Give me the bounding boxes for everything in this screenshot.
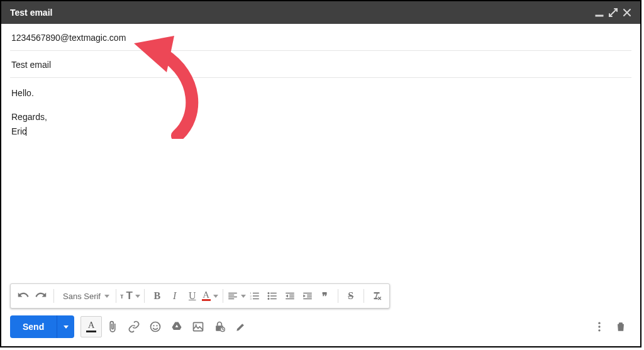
chevron-down-icon [64,325,69,329]
indent-less-button[interactable] [281,287,299,305]
svg-rect-0 [596,15,603,16]
align-button[interactable] [227,287,246,305]
more-options-button[interactable] [589,316,610,337]
window-title: Test email [10,8,592,18]
insert-signature-button[interactable] [230,316,252,337]
to-field[interactable]: 1234567890@textmagic.com [10,24,631,51]
bulleted-list-button[interactable] [264,287,281,305]
italic-button[interactable]: I [166,287,184,305]
svg-point-5 [267,295,269,297]
toggle-formatting-button[interactable]: A [80,316,102,337]
insert-link-button[interactable] [123,316,145,337]
svg-point-17 [598,329,600,331]
indent-more-button[interactable] [299,287,316,305]
text-color-button[interactable]: A [201,287,219,305]
body-line: Eric [11,125,630,138]
popout-icon[interactable] [606,6,620,19]
subject-field[interactable]: Test email [10,51,631,78]
confidential-mode-button[interactable] [209,316,230,337]
remove-formatting-button[interactable] [368,287,386,305]
quote-button[interactable]: ❞ [316,287,334,305]
attach-file-button[interactable] [102,316,123,337]
font-size-button[interactable]: т T [120,287,140,305]
header-fields: 1234567890@textmagic.com Test email [1,24,640,78]
message-body[interactable]: Hello. Regards, Eric [1,78,640,266]
svg-point-4 [267,292,269,294]
close-icon[interactable] [620,6,634,19]
svg-point-6 [267,298,269,300]
titlebar: Test email [1,1,640,24]
chevron-down-icon [241,295,246,298]
compose-window: Test email 1234567890@textmagic.com Test… [0,0,641,347]
minimize-icon[interactable] [592,6,606,19]
numbered-list-button[interactable]: 123 [246,287,264,305]
strikethrough-button[interactable]: S [342,287,360,305]
body-line: Hello. [11,87,630,99]
chevron-down-icon [104,295,109,298]
discard-draft-button[interactable] [610,316,631,337]
svg-point-15 [598,322,600,324]
svg-point-7 [151,322,160,332]
insert-photo-button[interactable] [187,316,209,337]
undo-button[interactable] [14,287,32,305]
insert-emoji-button[interactable] [145,316,166,337]
svg-text:3: 3 [250,297,252,300]
insert-drive-button[interactable] [166,316,187,337]
action-bar: Send A [10,315,631,339]
send-group: Send [10,315,74,338]
redo-button[interactable] [32,287,50,305]
svg-point-9 [157,325,158,326]
chevron-down-icon [135,295,140,298]
send-options-button[interactable] [57,315,74,338]
font-family-select[interactable]: Sans Serif [58,292,112,301]
body-line: Regards, [11,111,630,123]
svg-point-11 [196,324,197,326]
bold-button[interactable]: B [148,287,166,305]
formatting-toolbar: Sans Serif т T B I U A 123 ❞ S [10,283,390,309]
send-button[interactable]: Send [10,315,57,338]
svg-point-16 [598,325,600,327]
underline-button[interactable]: U [184,287,201,305]
svg-point-8 [153,325,155,326]
chevron-down-icon [213,295,218,298]
